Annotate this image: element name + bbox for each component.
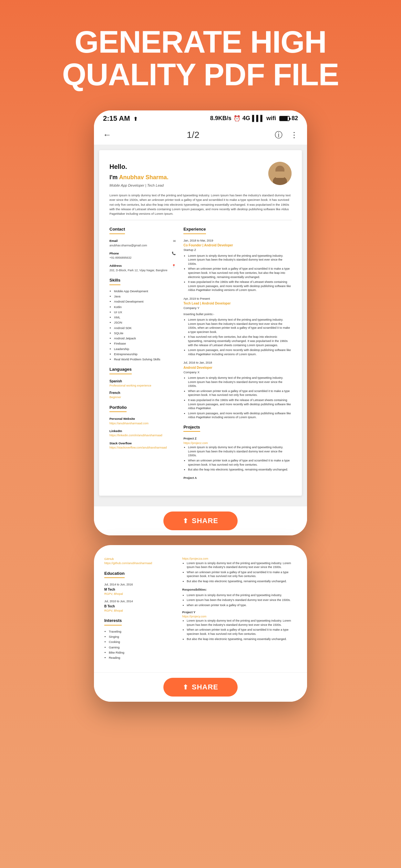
phone-frame-2: GitHub https://github.com/anubhavsharmaa… (94, 545, 307, 702)
avatar (268, 162, 291, 185)
share-button-2[interactable]: ⬆ SHARE (163, 678, 238, 696)
portfolio-section-title: Portfolio (110, 404, 127, 412)
upload-icon: ⬆ (133, 116, 137, 122)
phone-value: +91-8956895632 (110, 256, 176, 260)
education-item: Jul, 2014 to Jun, 2016 M Tech RGPV, Bhop… (104, 583, 174, 596)
experience-item: Jan, 2018 to Mar, 2019 Co Founder | Andr… (183, 239, 291, 292)
project-link[interactable]: https://projecz.com (183, 441, 291, 445)
portfolio-item: LinkedInhttps://linkedin.com/in/anubhavs… (110, 429, 176, 438)
skill-item: Android SDK (114, 326, 176, 330)
share-icon-2: ⬆ (183, 683, 189, 691)
edu-date: Jul, 2014 to Jun, 2016 (104, 583, 174, 587)
phone-contact: Phone 📞 +91-8956895632 (110, 251, 176, 260)
speed-indicator: 8.9KB/s (210, 115, 232, 122)
signal-icon: ▌▌▌ (252, 115, 265, 122)
skill-item: Java (114, 294, 176, 299)
bullet-item: Lorem Ipsum passages, and more recently … (188, 348, 291, 356)
share-button[interactable]: ⬆ SHARE (163, 512, 238, 530)
project-item: Project A (183, 476, 291, 480)
responsibility-item: Lorem Ipsum is simply dummy text of the … (187, 593, 297, 597)
skill-item: Leadership (114, 347, 176, 351)
bullet-item: Lorem Ipsum is simply dummy text of the … (188, 318, 291, 334)
interest-item: Cooking (109, 640, 174, 644)
skill-item: Entrepreneurship (114, 352, 176, 356)
portfolio-link[interactable]: https://anubhavsharmaad.com (110, 422, 176, 426)
lang-level: Beginner (110, 395, 176, 400)
status-bar: 2:15 AM ⬆ 8.9KB/s ⏰ 4G ▌▌▌ wifi 82 (94, 111, 307, 125)
address-contact: Address 📍 202, D-Block, Park 12, Vijay N… (110, 264, 176, 273)
nav-icons: ⓘ ⋮ (275, 130, 298, 140)
share-bar: ⬆ SHARE (94, 506, 307, 535)
language-item: FrenchBeginner (110, 391, 176, 400)
projects-section-title: Projects (183, 424, 200, 432)
bullet-item: When an unknown printer took a galley of… (188, 459, 291, 467)
github-link[interactable]: https://github.com/anubhavsharmaad (104, 561, 174, 566)
greeting: Hello. (110, 162, 168, 172)
address-value: 202, D-Block, Park 12, Vijay Nagar, Bang… (110, 268, 176, 273)
bullet-item: Lorem Ipsum is simply dummy text of the … (188, 376, 291, 388)
resume-body: Contact Email ✉ anubhav.sharma@gmail.com (110, 226, 291, 484)
page2-right: https://projecza.com Lorem Ipsum is simp… (182, 557, 297, 661)
exp-company: Company X (183, 370, 291, 375)
exp-bullets: Lorem Ipsum is simply dummy text of the … (183, 376, 291, 420)
resume-header: Hello. I'm Anubhav Sharma. Mobile App De… (110, 162, 291, 188)
portfolio-link[interactable]: https://linkedin.com/in/anubhavsharmaad (110, 433, 176, 438)
edu-school: RGPV, Bhopal (104, 592, 174, 596)
interest-item: Reading (109, 655, 174, 660)
back-button[interactable]: ← (103, 130, 112, 140)
skill-item: Firebase (114, 341, 176, 346)
responsibility-item: Lorem Ipsum has been the industry's stan… (187, 598, 297, 602)
right-column: Experience Jan, 2018 to Mar, 2019 Co Fou… (183, 226, 291, 484)
phone-frame-1: 2:15 AM ⬆ 8.9KB/s ⏰ 4G ▌▌▌ wifi 82 ← 1/2… (94, 111, 307, 535)
status-time: 2:15 AM ⬆ (103, 114, 137, 123)
hero-title: GENERATE HIGH QUALITY PDF FILE (19, 26, 382, 91)
bullet-item: When an unknown printer took a galley of… (187, 628, 297, 636)
language-item: SpanishProfessional working experience (110, 379, 176, 388)
github-section: GitHub https://github.com/anubhavsharmaa… (104, 557, 174, 566)
resume-page-1: Hello. I'm Anubhav Sharma. Mobile App De… (99, 150, 302, 496)
project-y-section: Project Y https://projecy.com Lorem Ipsu… (182, 610, 297, 641)
exp-bullets: Lorem Ipsum is simply dummy text of the … (183, 318, 291, 356)
phone-label: Phone (110, 251, 119, 256)
portfolio-section: Portfolio Personal Websitehttps://anubha… (110, 404, 176, 450)
wifi-icon: wifi (266, 115, 276, 122)
exp-role: Co Founder | Android Developer (183, 243, 291, 248)
network-icon: 4G (243, 115, 250, 122)
bullet-item: Lorem Ipsum passages, and more recently … (188, 411, 291, 420)
location-icon: 📍 (172, 264, 176, 268)
full-name: Anubhav Sharma. (119, 174, 168, 181)
share-label-2: SHARE (192, 683, 218, 691)
info-icon[interactable]: ⓘ (275, 130, 282, 140)
phone-icon: 📞 (172, 251, 176, 256)
more-icon[interactable]: ⋮ (290, 130, 298, 140)
bullet-item: But also the leap into electronic typese… (188, 468, 291, 472)
bullet-item: It was popularised in the 1960s with the… (188, 280, 291, 292)
experience-list: Jan, 2018 to Mar, 2019 Co Founder | Andr… (183, 239, 291, 420)
share-label: SHARE (192, 517, 218, 525)
page-indicator: 1/2 (187, 130, 199, 140)
project-a-continued: https://projecza.com Lorem Ipsum is simp… (182, 557, 297, 583)
portfolio-label: Stack Overflow (110, 441, 176, 445)
left-column: Contact Email ✉ anubhav.sharma@gmail.com (110, 226, 176, 484)
email-label: Email (110, 239, 118, 243)
exp-date: Apr, 2019 to Present (183, 297, 291, 301)
portfolio-link[interactable]: https://stackoverflow.com/anubhavsharmaa… (110, 445, 176, 450)
project-y-link[interactable]: https://projecy.com (182, 615, 297, 619)
interests-list: TravelingSingingCookingGamingBike Riding… (104, 629, 174, 660)
github-label: GitHub (104, 557, 174, 561)
avatar-image (268, 162, 291, 185)
exp-role: Android Developer (183, 365, 291, 370)
exp-company: Startup Z (183, 248, 291, 252)
skill-item: Android Jetpack (114, 336, 176, 341)
bullet-item: Lorem Ipsum is simply dummy text of the … (188, 254, 291, 266)
interest-item: Traveling (109, 629, 174, 634)
project-a-link[interactable]: https://projecza.com (182, 557, 297, 561)
edu-date: Jul, 2010 to Jun, 2014 (104, 599, 174, 604)
project-a-bullets: Lorem Ipsum is simply dummy text of the … (182, 561, 297, 584)
bullet-item: When an unknown printer took a galley of… (188, 389, 291, 397)
project-bullets: Lorem Ipsum is simply dummy text of the … (183, 445, 291, 472)
portfolio-item: Personal Websitehttps://anubhavsharmaad.… (110, 416, 176, 426)
contact-section-title: Contact (110, 226, 125, 234)
portfolio-list: Personal Websitehttps://anubhavsharmaad.… (110, 416, 176, 450)
bullet-item: When an unknown printer took a galley of… (187, 570, 297, 578)
